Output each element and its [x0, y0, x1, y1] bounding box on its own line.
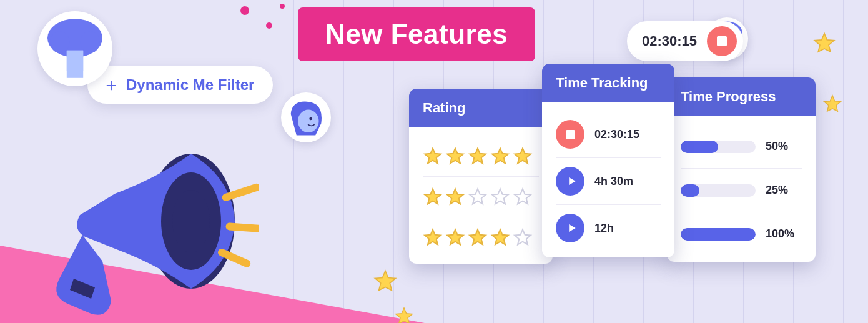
- progress-row: 50%: [681, 125, 802, 169]
- rating-row[interactable]: [423, 177, 539, 217]
- svg-point-1: [50, 31, 69, 53]
- filter-label: Dynamic Me Filter: [126, 76, 254, 94]
- progress-label: 50%: [766, 140, 796, 153]
- time-tracking-card-header: Time Tracking: [542, 64, 674, 102]
- rating-card: Rating: [409, 89, 553, 264]
- star-icon: [445, 146, 465, 166]
- star-icon: [445, 187, 465, 207]
- dot-decoration: [266, 22, 272, 29]
- tracking-value: 12h: [594, 222, 614, 235]
- tracking-row: 02:30:15: [556, 111, 661, 158]
- stop-button[interactable]: [556, 120, 584, 149]
- timer-pill: 02:30:15: [627, 21, 743, 61]
- plus-icon: ＋: [102, 76, 120, 94]
- stop-button[interactable]: [707, 26, 737, 56]
- star-decoration: [822, 94, 843, 115]
- tracking-value: 4h 30m: [594, 175, 633, 188]
- progress-fill: [681, 184, 699, 197]
- svg-point-2: [81, 31, 100, 53]
- star-icon: [423, 146, 443, 166]
- star-icon: [468, 187, 488, 207]
- star-icon: [513, 187, 533, 207]
- progress-bar[interactable]: [681, 141, 756, 153]
- tracking-row: 12h: [556, 205, 661, 251]
- dot-decoration: [240, 6, 249, 15]
- svg-point-5: [309, 117, 312, 121]
- svg-point-4: [298, 110, 318, 132]
- star-icon: [423, 227, 443, 247]
- star-icon: [445, 227, 465, 247]
- rating-row[interactable]: [423, 136, 539, 177]
- play-icon: [566, 176, 577, 187]
- star-icon: [513, 146, 533, 166]
- rating-card-header: Rating: [409, 89, 553, 127]
- progress-fill: [681, 228, 756, 241]
- star-icon: [490, 146, 510, 166]
- time-progress-card-header: Time Progress: [667, 77, 816, 116]
- star-decoration: [372, 269, 398, 295]
- play-button[interactable]: [556, 167, 584, 196]
- star-icon: [468, 146, 488, 166]
- progress-row: 100%: [681, 212, 802, 256]
- dynamic-me-filter-pill[interactable]: ＋ Dynamic Me Filter: [87, 66, 273, 104]
- stop-icon: [717, 36, 727, 46]
- dot-decoration: [280, 4, 285, 9]
- star-icon: [423, 187, 443, 207]
- play-icon: [566, 222, 577, 234]
- svg-point-12: [172, 190, 210, 252]
- rating-row[interactable]: [423, 217, 539, 257]
- star-icon: [468, 227, 488, 247]
- time-progress-card: Time Progress 50%25%100%: [667, 77, 816, 262]
- stop-icon: [566, 130, 575, 139]
- star-icon: [490, 187, 510, 207]
- star-decoration: [393, 306, 415, 323]
- progress-label: 25%: [766, 184, 796, 197]
- avatar: [281, 92, 331, 142]
- progress-row: 25%: [681, 169, 802, 212]
- progress-fill: [681, 141, 718, 153]
- play-button[interactable]: [556, 214, 584, 242]
- megaphone-illustration: [34, 142, 259, 323]
- progress-label: 100%: [766, 227, 796, 241]
- star-icon: [490, 227, 510, 247]
- timer-value: 02:30:15: [642, 33, 697, 49]
- tracking-row: 4h 30m: [556, 158, 661, 205]
- hero-title-text: New Features: [325, 19, 508, 49]
- star-icon: [513, 227, 533, 247]
- tracking-value: 02:30:15: [594, 128, 639, 141]
- star-decoration: [812, 31, 837, 56]
- time-tracking-card: Time Tracking 02:30:154h 30m12h: [542, 64, 674, 257]
- progress-bar[interactable]: [681, 184, 756, 197]
- progress-bar[interactable]: [681, 228, 756, 241]
- avatar: [37, 11, 112, 86]
- hero-title-badge: New Features: [298, 7, 535, 61]
